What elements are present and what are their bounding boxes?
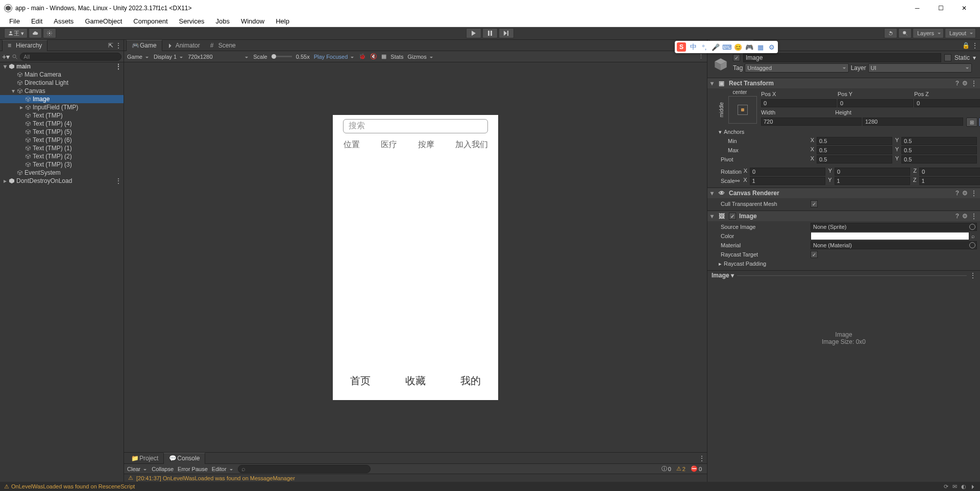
width-input[interactable]	[761, 118, 862, 126]
layers-dropdown[interactable]: Layers	[913, 28, 944, 38]
anchors-foldout-icon[interactable]: ▾	[719, 129, 724, 135]
hierarchy-row[interactable]: Text (TMP) (6)	[0, 136, 124, 144]
foldout-icon[interactable]: ▸	[719, 261, 724, 267]
hierarchy-row[interactable]: EventSystem	[0, 169, 124, 177]
mute-icon[interactable]: 🔇	[370, 53, 377, 60]
jobs-icon[interactable]: ◐	[961, 483, 966, 490]
foldout-icon[interactable]: ▾	[710, 80, 716, 87]
gameobject-icon[interactable]	[712, 55, 730, 74]
window-minimize-button[interactable]: ─	[905, 0, 929, 16]
foldout-icon[interactable]: ▸	[18, 104, 24, 111]
ime-language-button[interactable]: 中	[689, 43, 697, 51]
phone-nav-item[interactable]: 按摩	[416, 138, 436, 151]
tab-console[interactable]: 💬Console	[163, 453, 205, 464]
ime-settings-icon[interactable]: ⚙	[768, 43, 776, 51]
undo-history-button[interactable]	[884, 28, 897, 38]
warn-count[interactable]: ⚠ 2	[674, 465, 688, 473]
item-menu-icon[interactable]: ⋮	[113, 177, 124, 184]
menu-edit[interactable]: Edit	[26, 16, 47, 26]
layer-dropdown[interactable]: UI	[868, 63, 972, 73]
phone-search-input[interactable]: 搜索	[343, 119, 488, 133]
rotation-x-input[interactable]	[750, 168, 825, 176]
gameobject-name-input[interactable]	[743, 53, 941, 62]
anchor-max-y-input[interactable]	[901, 146, 977, 154]
hierarchy-row[interactable]: Text (TMP) (4)	[0, 120, 124, 128]
preset-icon[interactable]: ⚙	[962, 190, 968, 197]
hierarchy-row[interactable]: ▾Canvas	[0, 87, 124, 95]
hierarchy-row[interactable]: Text (TMP) (1)	[0, 144, 124, 152]
phone-nav-item[interactable]: 加入我们	[453, 138, 490, 151]
hierarchy-row[interactable]: Main Camera	[0, 71, 124, 79]
hierarchy-row[interactable]: Text (TMP)	[0, 111, 124, 120]
item-menu-icon[interactable]: ⋮	[113, 63, 124, 70]
hierarchy-row[interactable]: Image	[0, 95, 124, 103]
phone-nav-item[interactable]: 医疗	[379, 138, 399, 151]
pos-x-input[interactable]	[761, 99, 837, 107]
rotation-y-input[interactable]	[835, 168, 910, 176]
static-dropdown-icon[interactable]: ▾	[973, 54, 976, 61]
menu-jobs[interactable]: Jobs	[210, 16, 234, 26]
window-close-button[interactable]: ✕	[952, 0, 976, 16]
help-icon[interactable]: ?	[955, 213, 959, 220]
bottom-tabs-menu-icon[interactable]: ⋮	[699, 455, 705, 462]
tab-animator[interactable]: ⏵Animator	[162, 41, 205, 50]
material-field[interactable]: None (Material)	[811, 241, 977, 249]
hierarchy-create-button[interactable]: +▾	[2, 53, 10, 61]
scale-z-input[interactable]	[919, 177, 980, 185]
foldout-icon[interactable]: ▾	[2, 63, 8, 70]
component-menu-icon[interactable]: ⋮	[971, 190, 977, 197]
info-count[interactable]: ⓘ 0	[659, 465, 673, 473]
object-picker-icon[interactable]	[969, 242, 975, 248]
console-editor-dropdown[interactable]: Editor	[212, 466, 234, 472]
color-field[interactable]	[811, 232, 969, 240]
phone-bottom-item[interactable]: 收藏	[405, 374, 426, 388]
scale-slider[interactable]	[272, 56, 292, 57]
foldout-icon[interactable]: ▸	[2, 177, 8, 184]
hierarchy-row[interactable]: Directional Light	[0, 79, 124, 87]
progress-icon[interactable]: ⏵	[970, 483, 976, 490]
anchor-preset-button[interactable]	[728, 96, 757, 124]
foldout-icon[interactable]: ▾	[710, 190, 716, 197]
console-search-input[interactable]	[238, 465, 371, 473]
pivot-y-input[interactable]	[901, 155, 977, 163]
menu-window[interactable]: Window	[236, 16, 270, 26]
hierarchy-menu-icon[interactable]: ⋮	[115, 42, 121, 49]
hierarchy-row[interactable]: Text (TMP) (2)	[0, 152, 124, 160]
ime-keyboard-icon[interactable]: ⌨	[723, 43, 731, 51]
tab-game[interactable]: 🎮Game	[126, 40, 162, 51]
material-preview-bar[interactable]: Image ▾ ⋮	[707, 270, 980, 280]
component-menu-icon[interactable]: ⋮	[971, 80, 977, 87]
pause-button[interactable]	[482, 28, 498, 38]
audio-icon[interactable]: 🐞	[359, 53, 366, 60]
console-collapse-button[interactable]: Collapse	[152, 466, 174, 472]
blueprint-mode-button[interactable]: ⊞	[966, 118, 977, 127]
cull-checkbox[interactable]	[811, 200, 818, 207]
display-dropdown[interactable]: Display 1	[154, 54, 184, 60]
pos-z-input[interactable]	[914, 99, 980, 107]
hierarchy-row[interactable]: ▾main⋮	[0, 62, 124, 71]
anchor-max-x-input[interactable]	[817, 146, 892, 154]
foldout-icon[interactable]: ▾	[10, 87, 16, 95]
height-input[interactable]	[863, 118, 963, 126]
hierarchy-popout-icon[interactable]: ⇱	[108, 42, 113, 49]
static-checkbox[interactable]	[944, 54, 951, 61]
anchor-min-x-input[interactable]	[817, 137, 892, 145]
ime-punctuation-icon[interactable]: °,	[700, 43, 708, 51]
phone-bottom-item[interactable]: 我的	[460, 374, 481, 388]
hierarchy-row[interactable]: Text (TMP) (5)	[0, 128, 124, 136]
ime-grid-icon[interactable]: ▦	[756, 43, 765, 51]
help-icon[interactable]: ?	[955, 80, 959, 87]
step-button[interactable]	[499, 28, 514, 38]
material-menu-icon[interactable]: ⋮	[970, 272, 976, 279]
menu-assets[interactable]: Assets	[48, 16, 79, 26]
pos-y-input[interactable]	[838, 99, 913, 107]
cloud-button[interactable]	[29, 28, 42, 38]
stats-button[interactable]: Stats	[390, 54, 403, 60]
preset-icon[interactable]: ⚙	[962, 213, 968, 220]
gizmos-dropdown[interactable]: Gizmos	[407, 54, 433, 60]
game-menu-icon[interactable]: ⋮	[698, 53, 704, 60]
ime-floating-bar[interactable]: S 中 °, 🎤 ⌨ 😊 🎮 ▦ ⚙	[675, 41, 778, 53]
auto-refresh-icon[interactable]: ⟳	[944, 483, 948, 490]
console-body[interactable]: ⚠[20:41:37] OnLevelWasLoaded was found o…	[124, 474, 707, 482]
console-clear-button[interactable]: Clear	[127, 466, 148, 472]
